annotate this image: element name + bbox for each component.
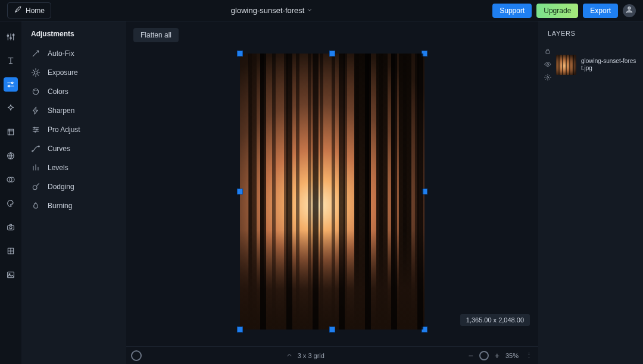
resize-handle-tl[interactable] xyxy=(237,51,243,57)
file-name-dropdown[interactable]: glowing-sunset-forest xyxy=(51,6,492,15)
resize-handle-bm[interactable] xyxy=(329,327,335,332)
svg-point-22 xyxy=(33,186,37,190)
user-icon xyxy=(625,5,633,16)
export-button[interactable]: Export xyxy=(583,4,618,18)
mask-tool-icon[interactable] xyxy=(4,172,18,187)
wand-icon xyxy=(31,49,40,58)
canvas-area: Flatten all xyxy=(126,21,538,364)
adj-item-burning[interactable]: Burning xyxy=(21,196,126,215)
resize-handle-ml[interactable] xyxy=(237,189,243,194)
camera-tool-icon[interactable] xyxy=(4,220,18,234)
sliders-icon xyxy=(31,125,40,134)
grid-label: 3 x 3 grid xyxy=(298,352,324,359)
layers-title: LAYERS xyxy=(538,21,643,43)
gear-icon[interactable] xyxy=(544,73,551,83)
zoom-in-button[interactable]: + xyxy=(495,351,500,360)
svg-rect-23 xyxy=(546,51,550,54)
layer-name: glowing-sunset-forest.jpg xyxy=(581,58,637,73)
feather-icon xyxy=(14,5,22,15)
undo-button[interactable] xyxy=(495,30,506,40)
layer-row[interactable]: glowing-sunset-forest.jpg xyxy=(538,43,643,87)
upgrade-button[interactable]: Upgrade xyxy=(536,4,578,18)
globe-tool-icon[interactable] xyxy=(4,149,18,163)
resize-handle-mr[interactable] xyxy=(422,189,427,194)
chevron-up-icon xyxy=(286,352,293,360)
burn-icon xyxy=(31,201,40,211)
svg-point-0 xyxy=(628,7,631,10)
adj-item-exposure[interactable]: Exposure xyxy=(21,63,126,82)
grid-toggle[interactable]: 3 x 3 grid xyxy=(286,352,324,360)
dimensions-readout: 1,365.00 x 2,048.00 xyxy=(460,314,530,326)
redo-button[interactable] xyxy=(514,30,525,40)
adj-item-curves[interactable]: Curves xyxy=(21,139,126,158)
resize-handle-tr[interactable] xyxy=(422,51,427,57)
adj-item-proadjust[interactable]: Pro Adjust xyxy=(21,120,126,139)
grid-tool-icon[interactable] xyxy=(4,244,18,258)
adjustments-panel: Adjustments Auto-Fix Exposure Colors Sha… xyxy=(21,21,126,364)
svg-point-14 xyxy=(9,274,10,275)
flatten-all-button[interactable]: Flatten all xyxy=(133,28,179,42)
adj-label: Dodging xyxy=(48,183,74,191)
curves-icon xyxy=(31,144,40,153)
zoom-more-button[interactable]: ⋮ xyxy=(525,352,533,359)
adj-item-autofix[interactable]: Auto-Fix xyxy=(21,44,126,63)
adj-item-sharpen[interactable]: Sharpen xyxy=(21,101,126,120)
effects-tool-icon[interactable] xyxy=(4,101,18,115)
zoom-readout: 35% xyxy=(505,352,519,359)
levels-icon xyxy=(31,163,40,172)
adj-item-colors[interactable]: Colors xyxy=(21,82,126,101)
bolt-icon xyxy=(31,106,40,115)
svg-point-15 xyxy=(34,71,37,74)
eye-icon[interactable] xyxy=(544,59,551,70)
support-button[interactable]: Support xyxy=(492,4,532,18)
zoom-out-button[interactable]: − xyxy=(469,351,473,360)
tool-rail xyxy=(0,21,21,364)
adjustments-tool-icon[interactable] xyxy=(4,77,18,92)
more-vertical-icon: ⋮ xyxy=(526,352,532,359)
svg-point-4 xyxy=(11,82,13,84)
adj-label: Colors xyxy=(48,87,68,96)
adj-item-dodging[interactable]: Dodging xyxy=(21,177,126,196)
resize-handle-bl[interactable] xyxy=(237,327,243,332)
home-label: Home xyxy=(26,7,45,15)
layer-thumbnail xyxy=(556,55,576,75)
levels-tool-icon[interactable] xyxy=(4,30,18,44)
canvas-stage[interactable]: 1,365.00 x 2,048.00 xyxy=(126,49,538,346)
zoom-reset-button[interactable] xyxy=(479,351,489,360)
home-button[interactable]: Home xyxy=(7,2,51,18)
lock-icon[interactable] xyxy=(544,46,551,57)
adj-label: Levels xyxy=(48,164,68,172)
text-tool-icon[interactable] xyxy=(4,54,18,68)
resize-handle-br[interactable] xyxy=(422,327,427,332)
image-tool-icon[interactable] xyxy=(4,268,18,282)
adj-label: Auto-Fix xyxy=(48,49,74,58)
adj-label: Curves xyxy=(48,145,70,153)
adj-item-levels[interactable]: Levels xyxy=(21,158,126,177)
adj-label: Sharpen xyxy=(48,106,74,115)
file-name-text: glowing-sunset-forest xyxy=(231,6,305,15)
layers-panel: LAYERS glowing-sunset-forest.jpg xyxy=(538,21,643,364)
adj-label: Exposure xyxy=(48,68,78,77)
orb-icon xyxy=(31,87,40,96)
palette-tool-icon[interactable] xyxy=(4,196,18,211)
svg-point-11 xyxy=(10,227,12,229)
adj-label: Burning xyxy=(48,202,72,210)
svg-rect-6 xyxy=(8,129,13,134)
sun-icon xyxy=(31,68,40,77)
dodge-icon xyxy=(31,182,40,192)
svg-point-24 xyxy=(547,64,549,65)
resize-handle-tm[interactable] xyxy=(329,51,335,57)
svg-point-25 xyxy=(547,77,549,79)
adj-label: Pro Adjust xyxy=(48,125,80,134)
svg-point-5 xyxy=(8,85,10,87)
svg-rect-13 xyxy=(8,272,14,277)
account-avatar[interactable] xyxy=(623,4,636,17)
chevron-down-icon xyxy=(307,6,313,15)
color-swatch-foreground[interactable] xyxy=(131,350,142,361)
canvas-image[interactable] xyxy=(240,54,424,330)
transform-tool-icon[interactable] xyxy=(4,125,18,139)
adjustments-title: Adjustments xyxy=(21,30,126,44)
next-layer-button[interactable] xyxy=(530,190,538,205)
